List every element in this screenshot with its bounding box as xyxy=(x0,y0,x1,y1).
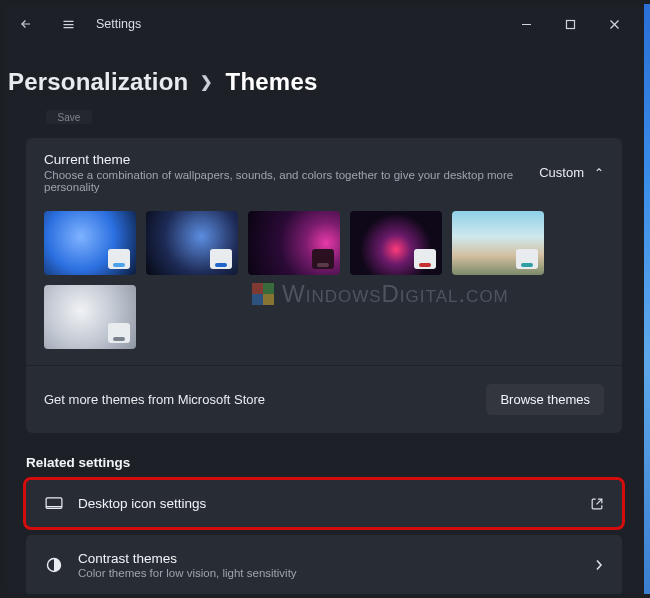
theme-option[interactable] xyxy=(350,211,442,275)
theme-option[interactable] xyxy=(146,211,238,275)
chevron-up-icon: ⌃ xyxy=(594,166,604,180)
maximize-button[interactable] xyxy=(548,9,592,39)
breadcrumb-current: Themes xyxy=(226,68,318,96)
settings-window: Settings Personalization ❯ Themes Save C… xyxy=(4,4,644,594)
browse-themes-button[interactable]: Browse themes xyxy=(486,384,604,415)
hamburger-menu-icon[interactable] xyxy=(54,10,82,38)
contrast-themes-row[interactable]: Contrast themes Color themes for low vis… xyxy=(26,535,622,594)
desktop-icon-settings-row[interactable]: Desktop icon settings xyxy=(26,480,622,527)
row-subtitle: Color themes for low vision, light sensi… xyxy=(78,567,580,579)
breadcrumb-parent[interactable]: Personalization xyxy=(8,68,188,96)
theme-option[interactable] xyxy=(248,211,340,275)
theme-dropdown-label: Custom xyxy=(539,165,584,180)
theme-dropdown[interactable]: Custom ⌃ xyxy=(539,165,604,180)
theme-option[interactable] xyxy=(452,211,544,275)
theme-option[interactable] xyxy=(44,285,136,349)
row-title: Contrast themes xyxy=(78,551,580,566)
desktop-background-strip xyxy=(644,4,650,594)
current-theme-panel: Current theme Choose a combination of wa… xyxy=(26,138,622,433)
contrast-icon xyxy=(44,557,64,573)
theme-option[interactable] xyxy=(44,211,136,275)
back-button[interactable] xyxy=(12,10,40,38)
chevron-right-icon: ❯ xyxy=(200,73,213,91)
close-button[interactable] xyxy=(592,9,636,39)
titlebar: Settings xyxy=(4,4,644,44)
minimize-button[interactable] xyxy=(504,9,548,39)
store-text: Get more themes from Microsoft Store xyxy=(44,392,265,407)
desktop-icon xyxy=(44,497,64,511)
app-title: Settings xyxy=(96,17,141,31)
row-title: Desktop icon settings xyxy=(78,496,576,511)
chevron-right-icon xyxy=(594,559,604,571)
breadcrumb: Personalization ❯ Themes xyxy=(4,44,622,106)
theme-thumbnails xyxy=(26,197,622,355)
external-link-icon xyxy=(590,497,604,511)
current-theme-title: Current theme xyxy=(44,152,539,167)
svg-rect-4 xyxy=(566,20,574,28)
related-settings-heading: Related settings xyxy=(26,455,622,470)
save-button[interactable]: Save xyxy=(46,110,92,124)
current-theme-subtitle: Choose a combination of wallpapers, soun… xyxy=(44,169,539,193)
